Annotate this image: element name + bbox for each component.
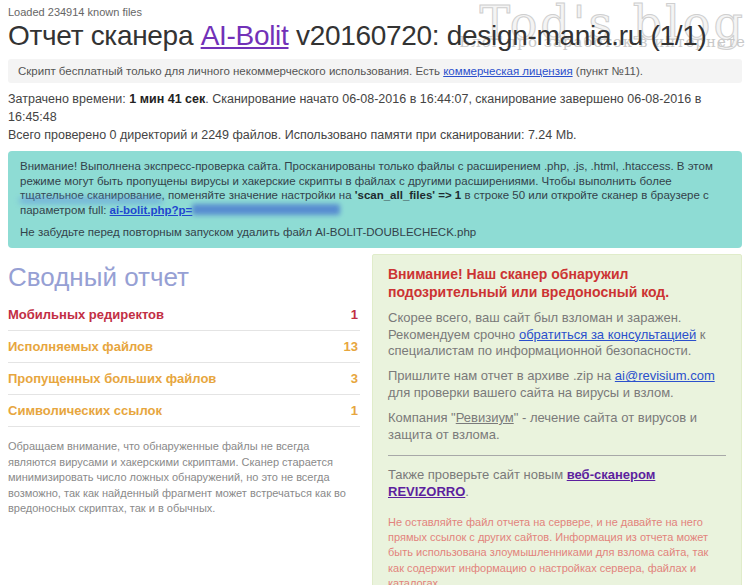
table-row: Исполняемых файлов 13 xyxy=(8,331,360,363)
summary-table: Мобильных редиректов 1 Исполняемых файло… xyxy=(8,299,360,427)
row-label-mobile-redirects: Мобильных редиректов xyxy=(8,307,164,322)
license-text-after: (пункт №11). xyxy=(573,65,643,77)
scan-stats-line2: Всего проверено 0 директорий и 2249 файл… xyxy=(8,126,742,144)
table-row: Пропущенных больших файлов 3 xyxy=(8,363,360,395)
doublecheck-reminder: Не забудьте перед повторным запуском уда… xyxy=(20,225,730,240)
alert-paragraph-send-report: Пришлите нам отчет в архиве .zip на ai@r… xyxy=(388,368,726,402)
row-value-executable-files: 13 xyxy=(344,339,358,354)
scan-all-files-setting: 'scan_all_files' => 1 xyxy=(355,189,462,201)
license-note: Скрипт бесплатный только для личного нек… xyxy=(8,59,742,83)
commercial-license-link[interactable]: коммерческая лицензия xyxy=(443,65,572,77)
license-text-before: Скрипт бесплатный только для личного нек… xyxy=(18,65,443,77)
alert-paragraph-hacked: Скорее всего, ваш сайт был взломан и зар… xyxy=(388,310,726,361)
title-suffix: v20160720: design-mania.ru (1/1) xyxy=(289,20,707,51)
row-value-symlinks: 1 xyxy=(351,403,358,418)
alert-divider xyxy=(388,455,726,456)
summary-column: Сводный отчет Мобильных редиректов 1 Исп… xyxy=(8,254,360,516)
blur-underlined-phrase: тщательное сканирование xyxy=(20,189,162,201)
elapsed-label: Затрачено времени: xyxy=(8,92,129,106)
ai-bolit-link[interactable]: AI-Bolit xyxy=(201,20,289,51)
express-scan-notice: Внимание! Выполнена экспресс-проверка са… xyxy=(8,151,742,249)
false-positives-note: Обращаем внимание, что обнаруженные файл… xyxy=(8,439,360,516)
summary-heading: Сводный отчет xyxy=(8,262,360,293)
alert-paragraph-company: Компания "Ревизиум" - лечение сайта от в… xyxy=(388,410,726,444)
revisium-email-link[interactable]: ai@revisium.com xyxy=(615,368,715,383)
page-title: Отчет сканера AI-Bolit v20160720: design… xyxy=(8,20,742,52)
report-columns: Сводный отчет Мобильных редиректов 1 Исп… xyxy=(8,254,742,585)
alert-paragraph-revizorro: Также проверьте сайт новым веб-сканером … xyxy=(388,467,726,501)
alert-text-3: Пришлите нам отчет в архиве .zip на xyxy=(388,368,615,383)
consultation-link[interactable]: обратиться за консультацией xyxy=(519,327,696,342)
blurred-url-parameter xyxy=(192,204,340,215)
scan-stats: Затрачено времени: 1 мин 41 сек. Сканиро… xyxy=(8,90,742,144)
scan-stats-line1: Затрачено времени: 1 мин 41 сек. Сканиро… xyxy=(8,90,742,126)
notice-text-1: Внимание! Выполнена экспресс-проверка са… xyxy=(20,160,713,187)
row-value-skipped-big-files: 3 xyxy=(351,371,358,386)
malware-alert-panel: Внимание! Наш сканер обнаружил подозрите… xyxy=(372,254,742,585)
table-row: Символических ссылок 1 xyxy=(8,395,360,427)
row-value-mobile-redirects: 1 xyxy=(351,307,358,322)
scanner-report-page: Tod's blog Блог про заработок в интернет… xyxy=(0,0,750,585)
loaded-files-status: Loaded 234914 known files xyxy=(8,6,742,18)
elapsed-time: 1 мин 41 сек xyxy=(129,92,205,106)
alert-text-5: Компания " xyxy=(388,410,456,425)
notice-text-2: , поменяйте значение настройки на xyxy=(162,189,355,201)
row-label-skipped-big-files: Пропущенных больших файлов xyxy=(8,371,216,386)
row-label-executable-files: Исполняемых файлов xyxy=(8,339,153,354)
alert-text-8: . xyxy=(465,484,469,499)
report-security-note: Не оставляйте файл отчета на сервере, и … xyxy=(388,515,726,585)
title-prefix: Отчет сканера xyxy=(8,20,201,51)
alert-heading: Внимание! Наш сканер обнаружил подозрите… xyxy=(388,265,726,301)
table-row: Мобильных редиректов 1 xyxy=(8,299,360,331)
report-content: Loaded 234914 known files Отчет сканера … xyxy=(0,0,750,585)
ai-bolit-full-scan-link[interactable]: ai-bolit.php?p= xyxy=(110,204,193,216)
row-label-symlinks: Символических ссылок xyxy=(8,403,162,418)
revisium-company-link[interactable]: Ревизиум xyxy=(456,410,514,425)
alert-text-7: Также проверьте сайт новым xyxy=(388,467,567,482)
express-scan-paragraph: Внимание! Выполнена экспресс-проверка са… xyxy=(20,159,730,219)
alert-text-4: для проверки вашего сайта на вирусы и вз… xyxy=(388,385,674,400)
